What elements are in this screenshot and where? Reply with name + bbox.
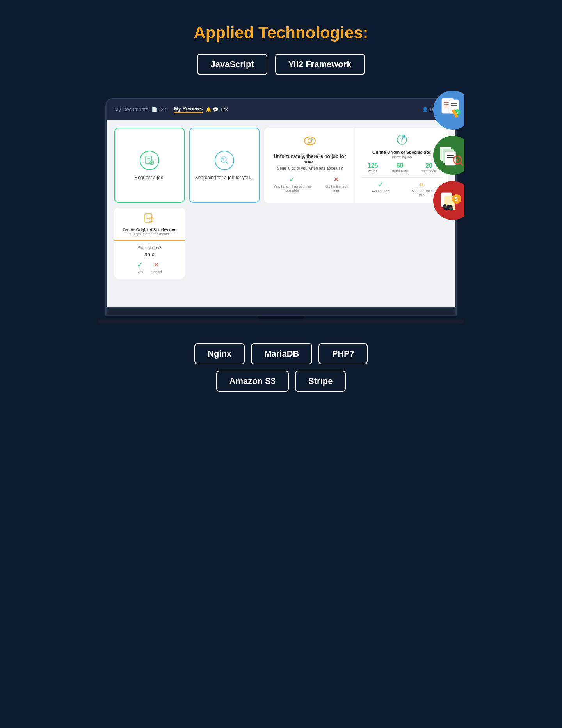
review-icon: 🔔 [206,107,212,112]
svg-line-17 [460,163,463,165]
skip-card-bottom: Skip this job? 30 ¢ ✓ Yes ✕ Cancel [114,241,185,279]
words-val: 125 [368,162,378,169]
user-icon: 👤 [422,107,428,112]
badge-stripe: Stripe [295,371,346,392]
nav-my-documents[interactable]: My Documents [114,107,148,112]
second-row: On the Origin of Species.doc 3 skips lef… [114,208,448,279]
no-job-icon [269,134,351,151]
header-section: Applied Technologies: JavaScript Yii2 Fr… [98,0,464,91]
yes-label: Yes [137,270,143,274]
yes-check-icon: ✓ [137,261,143,269]
cards-grid: Request a job. Searching for a job for y… [114,128,448,203]
laptop-section: ✓ ur $ [98,91,464,324]
cancel-x-icon: ✕ [153,261,159,269]
badge-nginx: Nginx [194,343,245,364]
badge-amazon-s3: Amazon S3 [216,371,289,392]
cancel-label: Cancel [151,270,162,274]
bottom-section: Nginx MariaDB PHP7 Amazon S3 Stripe [98,324,464,414]
skip-actions: ✓ Yes ✕ Cancel [119,261,180,274]
readability-val: 60 [392,162,408,169]
searching-icon [215,151,234,170]
skip-doc-name: On the Origin of Species.doc [119,228,180,232]
svg-point-36 [222,158,224,160]
accept-check-icon: ✓ [377,180,384,189]
incoming-title: On the Origin of Species.doc [361,150,443,154]
no-job-actions: ✓ Yes, I want it as soon as possible ✕ N… [269,175,351,192]
request-job-icon [140,151,159,170]
skip-price-val: 30 ¢ [119,252,180,257]
skip-yes-button[interactable]: ✓ Yes [137,261,143,274]
skip-card-top: On the Origin of Species.doc 3 skips lef… [114,208,185,241]
doc-icon: 📄 [151,107,157,112]
comment-icon: 💬 [213,107,219,112]
float-icon-search: ur [433,136,464,175]
svg-text:ur: ur [456,158,460,162]
badge-mariadb: MariaDB [251,343,312,364]
laptop-frame: My Documents 📄 132 My Reviews 🔔 💬 123 👤 … [105,98,457,308]
no-job-yes[interactable]: ✓ Yes, I want it as soon as possible [269,175,316,192]
words-lbl: words [368,169,378,173]
divider [361,177,443,178]
bottom-badges-row-2: Amazon S3 Stripe [113,371,449,392]
accept-label: Accept Job [372,189,389,193]
svg-point-40 [312,139,313,140]
svg-line-48 [149,217,152,219]
badge-yii2: Yii2 Framework [275,54,365,75]
svg-point-26 [445,206,447,208]
check-icon: ✓ [289,176,295,183]
incoming-sub: Incoming job [361,155,443,159]
skip-doc-icon [119,213,180,226]
no-job-title: Unfortunately, there is no job for now..… [269,154,351,165]
laptop-base [105,308,457,316]
empty-space [189,208,448,279]
nav-my-reviews[interactable]: My Reviews [174,106,203,113]
laptop-notch [258,316,304,319]
searching-card: Searching for a job for you... [189,128,260,203]
float-icon-payment: $ [433,181,464,220]
svg-line-35 [226,162,228,164]
bottom-badges-row-1: Nginx MariaDB PHP7 [113,343,449,364]
skip-cancel-button[interactable]: ✕ Cancel [151,261,162,274]
no-job-card: Unfortunately, there is no job for now..… [264,128,356,203]
skip-doc-sub: 3 skips left for this month [119,232,180,236]
incoming-icon: ? [361,134,443,148]
tech-badges: JavaScript Yii2 Framework [113,54,449,75]
incoming-actions: ✓ Accept Job » Skip this one 30 ¢ [361,180,443,197]
no-job-question: Send a job to you when one appears? [269,166,351,170]
skip-card: On the Origin of Species.doc 3 skips lef… [114,208,185,279]
screen-topbar: My Documents 📄 132 My Reviews 🔔 💬 123 👤 … [107,99,455,120]
request-job-card[interactable]: Request a job. [114,128,185,203]
skip-question: Skip this job? [119,246,180,250]
skip-price: 30 ¢ [412,193,432,197]
svg-point-44 [404,137,405,138]
skip-icon: » [420,180,424,188]
yes-label: Yes, I want it as soon as possible [269,185,316,192]
svg-text:$: $ [455,196,458,202]
float-icon-review: ✓ [433,91,464,130]
skip-job-button[interactable]: » Skip this one 30 ¢ [412,180,432,197]
badge-php7: PHP7 [318,343,367,364]
incoming-stats: 125 words 60 readability 20 min price [361,162,443,173]
screen-content: Request a job. Searching for a job for y… [107,120,455,307]
badge-javascript: JavaScript [197,54,267,75]
combined-cards: Unfortunately, there is no job for now..… [264,128,448,203]
my-reviews-count: 123 [220,107,228,112]
request-job-label: Request a job. [134,175,164,180]
readability-lbl: readability [392,169,408,173]
my-documents-count: 132 [158,107,166,112]
laptop-foot [98,319,464,324]
searching-label: Searching for a job for you... [195,175,254,180]
page-title: Applied Technologies: [113,23,449,42]
stat-words: 125 words [368,162,378,173]
accept-job-button[interactable]: ✓ Accept Job [372,180,389,197]
cross-icon: ✕ [333,176,339,183]
no-label: No, I will check later. [322,185,351,192]
no-job-no[interactable]: ✕ No, I will check later. [322,175,351,192]
floating-icons: ✓ ur $ [433,91,464,220]
skip-label: Skip this one [412,189,432,193]
stat-readability: 60 readability [392,162,408,173]
svg-point-37 [304,137,315,145]
svg-point-27 [449,207,452,210]
